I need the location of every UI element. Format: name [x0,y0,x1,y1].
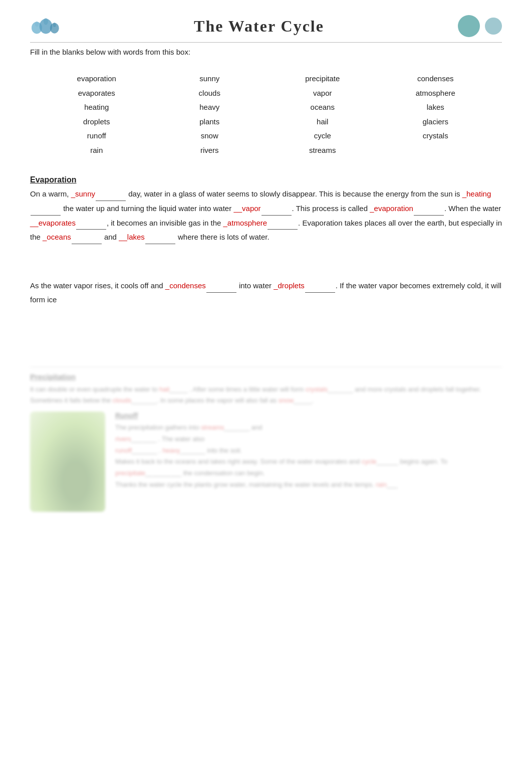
svg-point-3 [35,22,39,27]
word-plants: plants [199,115,219,128]
page: The Water Cycle Fill in the blanks below… [0,0,532,780]
answer-droplets: _droplets [274,281,305,290]
blank-sunny [96,186,126,201]
blank-evaporation [414,201,444,216]
spacer-4 [30,327,502,341]
word-heating: heating [84,101,109,114]
blurred-section: Precipitation It can double or even quad… [30,367,502,512]
word-heavy: heavy [199,101,219,114]
word-vapor: vapor [313,87,332,100]
answer-condenses: _condenses [165,281,206,290]
blank-heating [31,201,61,216]
answer-heating: _heating [462,189,491,198]
blurred-runoff-heading: Runoff [115,412,502,420]
header-title: The Water Cycle [60,17,458,36]
word-atmosphere: atmosphere [416,87,455,100]
blurred-row: Runoff The precipitation gathers into st… [30,412,502,512]
word-streams: streams [309,144,336,157]
answer-atmosphere: _atmosphere [223,219,268,227]
header-divider [30,42,502,43]
word-rain: rain [90,144,103,157]
word-rivers: rivers [200,144,219,157]
blank-atmosphere [268,216,298,230]
word-glaciers: glaciers [422,115,448,128]
answer-oceans: _oceans [43,233,71,241]
blurred-precipitation-heading: Precipitation [30,372,502,381]
condensation-paragraph: As the water vapor rises, it cools off a… [30,278,502,307]
word-cycle: cycle [314,129,331,142]
word-col-3: precipitate vapor oceans hail cycle stre… [266,72,379,156]
word-snow: snow [201,129,218,142]
answer-lakes: __lakes [119,233,145,241]
word-hail: hail [317,115,328,128]
blank-condenses [206,278,236,293]
word-runoff: runoff [87,129,106,142]
answer-sunny: _sunny [71,189,95,198]
svg-point-5 [53,23,56,27]
word-col-2: sunny clouds heavy plants snow rivers [153,72,267,156]
spacer-1 [30,250,502,264]
condensation-section: As the water vapor rises, it cools off a… [30,278,502,307]
spacer-3 [30,313,502,327]
blank-vapor [261,201,292,216]
answer-vapor: __vapor [233,204,260,213]
header: The Water Cycle [30,10,502,40]
evaporation-paragraph: On a warm, _sunny day, water in a glass … [30,186,502,244]
evaporation-section: Evaporation On a warm, _sunny day, water… [30,175,502,244]
word-droplets: droplets [83,115,110,128]
blurred-precipitation-text: It can double or even quadruple the wate… [30,384,502,407]
word-sunny: sunny [199,72,219,85]
word-lakes: lakes [427,101,444,114]
blank-oceans [72,230,102,244]
answer-evaporation: _evaporation [370,204,413,213]
instructions-text: Fill in the blanks below with words from… [30,48,502,58]
blank-evaporates [76,216,106,230]
word-clouds: clouds [199,87,220,100]
circle-decoration-2 [485,18,502,35]
evaporation-heading: Evaporation [30,175,502,184]
word-col-4: condenses atmosphere lakes glaciers crys… [379,72,492,156]
spacer-2 [30,264,502,278]
word-crystals: crystals [423,129,448,142]
word-oceans: oceans [311,101,335,114]
blank-droplets [305,278,335,293]
word-box: evaporation evaporates heating droplets … [30,67,502,161]
blurred-right-content: Runoff The precipitation gathers into st… [115,412,502,512]
spacer-5 [30,341,502,355]
word-evaporation: evaporation [77,72,116,85]
water-drops-icon [30,15,60,37]
page-title: The Water Cycle [194,17,324,35]
blurred-runoff-text: The precipitation gathers into streams__… [115,422,502,491]
svg-point-4 [44,18,48,25]
header-left [30,15,60,37]
blank-lakes [145,230,175,244]
word-precipitate: precipitate [305,72,340,85]
blurred-plant-image [30,412,105,512]
word-condenses: condenses [417,72,454,85]
header-right [458,15,502,37]
answer-evaporates: __evaporates [30,219,76,227]
word-evaporates: evaporates [78,87,115,100]
word-col-1: evaporation evaporates heating droplets … [40,72,153,156]
circle-decoration-1 [458,15,480,37]
